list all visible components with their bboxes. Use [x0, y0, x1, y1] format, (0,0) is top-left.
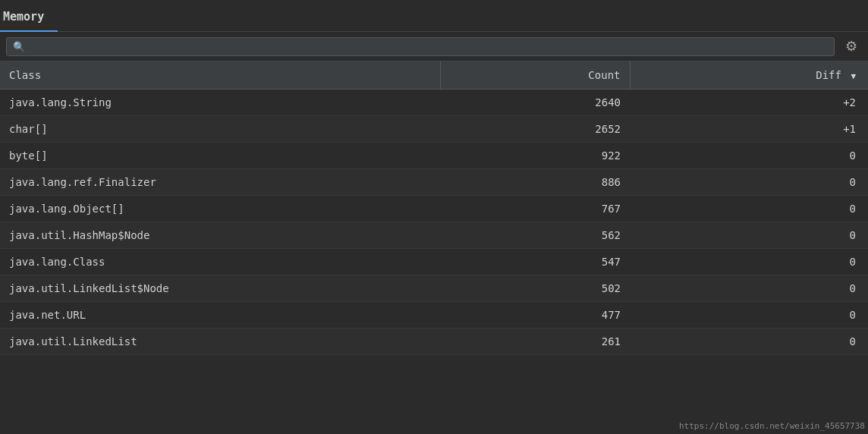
cell-count: 261 — [440, 329, 630, 355]
table-row[interactable]: java.lang.Class5470 — [0, 249, 868, 275]
gear-button[interactable]: ⚙ — [841, 36, 862, 56]
app-container: Memory 🔍 ⚙ Class Count Diff — [0, 0, 868, 434]
cell-count: 477 — [440, 302, 630, 329]
cell-count: 562 — [440, 222, 630, 249]
sort-arrow-icon: ▼ — [851, 71, 856, 81]
count-column-label: Count — [588, 69, 620, 81]
cell-count: 922 — [440, 143, 630, 169]
column-header-diff[interactable]: Diff ▼ — [630, 61, 868, 90]
tab-bar: Memory — [0, 0, 868, 32]
memory-table: Class Count Diff ▼ java.lang.String2640+… — [0, 61, 868, 355]
table-row[interactable]: java.net.URL4770 — [0, 302, 868, 329]
toolbar: 🔍 ⚙ — [0, 32, 868, 61]
cell-diff: 0 — [630, 302, 868, 329]
cell-class: java.util.LinkedList$Node — [0, 275, 440, 302]
class-column-label: Class — [9, 69, 41, 81]
search-icon: 🔍 — [13, 41, 25, 52]
cell-count: 2640 — [440, 90, 630, 116]
table-row[interactable]: java.util.LinkedList$Node5020 — [0, 275, 868, 302]
table-row[interactable]: java.util.HashMap$Node5620 — [0, 222, 868, 249]
cell-diff: 0 — [630, 169, 868, 196]
cell-class: byte[] — [0, 143, 440, 169]
table-body: java.lang.String2640+2char[]2652+1byte[]… — [0, 90, 868, 355]
column-header-count[interactable]: Count — [440, 61, 630, 90]
cell-class: java.lang.String — [0, 90, 440, 116]
cell-count: 547 — [440, 249, 630, 275]
cell-class: java.util.LinkedList — [0, 329, 440, 355]
table-row[interactable]: java.lang.Object[]7670 — [0, 196, 868, 222]
table-header-row: Class Count Diff ▼ — [0, 61, 868, 90]
tab-memory-label: Memory — [3, 10, 44, 24]
cell-diff: 0 — [630, 249, 868, 275]
cell-diff: 0 — [630, 196, 868, 222]
table-row[interactable]: java.lang.String2640+2 — [0, 90, 868, 116]
cell-diff: 0 — [630, 143, 868, 169]
cell-count: 2652 — [440, 116, 630, 143]
cell-count: 767 — [440, 196, 630, 222]
cell-diff: 0 — [630, 275, 868, 302]
watermark-text: https://blog.csdn.net/weixin_45657738 — [679, 421, 865, 431]
cell-diff: +1 — [630, 116, 868, 143]
cell-class: java.lang.Class — [0, 249, 440, 275]
cell-class: java.lang.Object[] — [0, 196, 440, 222]
table-row[interactable]: java.util.LinkedList2610 — [0, 329, 868, 355]
table-container: Class Count Diff ▼ java.lang.String2640+… — [0, 61, 868, 434]
table-row[interactable]: java.lang.ref.Finalizer8860 — [0, 169, 868, 196]
table-row[interactable]: byte[]9220 — [0, 143, 868, 169]
cell-diff: +2 — [630, 90, 868, 116]
cell-diff: 0 — [630, 329, 868, 355]
search-box: 🔍 — [6, 37, 835, 56]
cell-count: 886 — [440, 169, 630, 196]
tab-memory[interactable]: Memory — [0, 4, 58, 31]
watermark: https://blog.csdn.net/weixin_45657738 — [679, 421, 865, 431]
diff-column-label: Diff — [816, 69, 841, 81]
cell-class: java.util.HashMap$Node — [0, 222, 440, 249]
column-header-class[interactable]: Class — [0, 61, 440, 90]
table-row[interactable]: char[]2652+1 — [0, 116, 868, 143]
cell-count: 502 — [440, 275, 630, 302]
cell-diff: 0 — [630, 222, 868, 249]
cell-class: java.net.URL — [0, 302, 440, 329]
cell-class: java.lang.ref.Finalizer — [0, 169, 440, 196]
cell-class: char[] — [0, 116, 440, 143]
search-input[interactable] — [30, 41, 828, 52]
gear-icon: ⚙ — [845, 39, 857, 54]
